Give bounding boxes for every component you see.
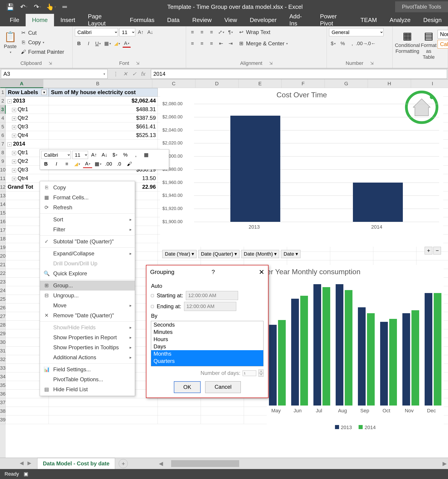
- expand-icon[interactable]: +: [12, 151, 16, 155]
- row-header-9[interactable]: 9: [0, 157, 6, 166]
- borders-button[interactable]: ▦▾: [103, 40, 112, 48]
- expand-icon[interactable]: +: [12, 177, 16, 181]
- row-header-16[interactable]: 16: [0, 217, 6, 226]
- cell-style-normal[interactable]: Norm: [438, 30, 448, 39]
- row-header-8[interactable]: 8: [0, 148, 6, 157]
- row-header-26[interactable]: 26: [0, 303, 6, 312]
- row-header-24[interactable]: 24: [0, 286, 6, 295]
- underline-button[interactable]: U▾: [94, 40, 102, 48]
- col-header-D[interactable]: D: [195, 79, 238, 88]
- mini-font-select[interactable]: Calibri: [41, 151, 71, 159]
- align-center-icon[interactable]: ≡: [198, 40, 206, 48]
- tab-analyze[interactable]: Analyze: [383, 14, 417, 26]
- row-header-4[interactable]: 4: [0, 114, 6, 122]
- new-sheet-icon[interactable]: +: [119, 459, 128, 468]
- tab-review[interactable]: Review: [186, 14, 218, 26]
- menu-additional-actions[interactable]: Additional Actions▸: [40, 353, 135, 362]
- mini-size-select[interactable]: 11: [72, 151, 88, 159]
- name-box[interactable]: A3▾: [1, 69, 108, 79]
- expand-icon[interactable]: +: [12, 134, 16, 138]
- col-header-F[interactable]: F: [282, 79, 325, 88]
- increase-font-icon[interactable]: A↑: [137, 28, 145, 36]
- alignment-launcher-icon[interactable]: ⇲: [269, 61, 272, 66]
- menu-refresh[interactable]: ⟳Refresh: [40, 203, 135, 213]
- row-header-30[interactable]: 30: [0, 338, 6, 346]
- copy-button[interactable]: ⎘Copy▾: [18, 38, 66, 47]
- chart-filter[interactable]: Date (Quarter) ▾: [198, 250, 239, 258]
- menu-copy[interactable]: ⎘Copy: [40, 183, 135, 193]
- align-top-icon[interactable]: ≡: [188, 28, 197, 36]
- font-name-select[interactable]: Calibri: [75, 28, 118, 36]
- chart-cost-over-time[interactable]: Cost Over Time $1,900.00$1,920.00$1,940.…: [160, 88, 443, 247]
- row-header-29[interactable]: 29: [0, 329, 6, 338]
- mini-center-icon[interactable]: ≡: [62, 160, 71, 168]
- by-list[interactable]: SecondsMinutesHoursDaysMonthsQuartersYea…: [151, 321, 264, 366]
- merge-center-button[interactable]: ⊞Merge & Center▾: [236, 39, 290, 48]
- conditional-formatting-button[interactable]: ▦ Conditional Formatting: [395, 28, 420, 56]
- menu-show-props-tooltips[interactable]: Show Properties in Tooltips▸: [40, 342, 135, 353]
- undo-icon[interactable]: ↶▾: [18, 1, 29, 13]
- expand-icon[interactable]: +: [12, 160, 16, 164]
- enter-formula-icon[interactable]: ✓: [132, 71, 137, 77]
- by-item[interactable]: Minutes: [151, 328, 263, 336]
- menu-pivot-options[interactable]: PivotTable Options...: [40, 374, 135, 384]
- row-header-11[interactable]: 11: [0, 174, 6, 183]
- spinner-up-icon[interactable]: ▲: [258, 369, 264, 373]
- menu-show-props-report[interactable]: Show Properties in Report▸: [40, 333, 135, 342]
- by-item[interactable]: Hours: [151, 336, 263, 343]
- tab-developer[interactable]: Developer: [243, 14, 283, 26]
- font-launcher-icon[interactable]: ⇲: [136, 61, 139, 66]
- expand-icon[interactable]: -: [7, 99, 12, 103]
- by-item[interactable]: Years: [151, 365, 263, 366]
- font-color-button[interactable]: A▾: [122, 40, 131, 48]
- row-header-10[interactable]: 10: [0, 166, 6, 174]
- row-header-7[interactable]: 7: [0, 140, 6, 148]
- macro-record-icon[interactable]: ▣: [24, 471, 28, 477]
- row-header-5[interactable]: 5: [0, 122, 6, 131]
- row-header-38[interactable]: 38: [0, 407, 6, 415]
- row-header-18[interactable]: 18: [0, 234, 6, 243]
- spinner-down-icon[interactable]: ▼: [258, 373, 264, 377]
- row-header-20[interactable]: 20: [0, 252, 6, 260]
- menu-sort[interactable]: Sort▸: [40, 214, 135, 225]
- tab-formulas[interactable]: Formulas: [123, 14, 161, 26]
- cut-button[interactable]: ✂Cut: [18, 29, 66, 37]
- qat-customize-icon[interactable]: ═: [59, 1, 70, 13]
- increase-indent-icon[interactable]: ⇥: [226, 40, 235, 48]
- ending-at-checkbox[interactable]: [151, 305, 154, 308]
- cancel-formula-icon[interactable]: ✕: [123, 71, 128, 77]
- row-header-27[interactable]: 27: [0, 312, 6, 321]
- menu-move[interactable]: Move▸: [40, 300, 135, 311]
- menu-ungroup[interactable]: ⊟Ungroup...: [40, 291, 135, 300]
- pivot-row-label[interactable]: +Qtr2: [6, 114, 49, 122]
- menu-hide-field-list[interactable]: ▤Hide Field List: [40, 384, 135, 394]
- mini-percent-icon[interactable]: %: [121, 151, 130, 159]
- expand-icon[interactable]: +: [12, 108, 16, 112]
- pivot-row-labels-header[interactable]: Row Labels▾: [6, 88, 49, 97]
- dialog-help-icon[interactable]: ?: [211, 268, 215, 276]
- pivot-row-label[interactable]: -2013: [6, 97, 49, 105]
- by-item[interactable]: Quarters: [151, 357, 263, 365]
- row-header-37[interactable]: 37: [0, 398, 6, 407]
- starting-at-checkbox[interactable]: [151, 294, 154, 297]
- row-header-36[interactable]: 36: [0, 390, 6, 398]
- wrap-text-button[interactable]: ↩Wrap Text: [236, 28, 272, 37]
- dialog-close-icon[interactable]: ✕: [259, 268, 265, 276]
- percent-icon[interactable]: %: [339, 40, 347, 48]
- expand-icon[interactable]: -: [7, 142, 12, 146]
- formula-input[interactable]: 2014: [151, 69, 447, 79]
- mini-format-painter-icon[interactable]: 🖌: [125, 160, 134, 168]
- tab-insert[interactable]: Insert: [54, 14, 81, 26]
- mini-inc-decimal-icon[interactable]: .00: [104, 160, 113, 168]
- menu-field-settings[interactable]: 📊Field Settings...: [40, 365, 135, 374]
- format-painter-button[interactable]: 🖌Format Painter: [18, 48, 66, 56]
- mini-shrink-font-icon[interactable]: A↓: [100, 151, 109, 159]
- text-direction-icon[interactable]: ¶▾: [226, 28, 235, 36]
- tab-nav-prev-icon[interactable]: ◀: [18, 460, 25, 467]
- tab-home[interactable]: Home: [26, 14, 54, 26]
- horizontal-scrollbar[interactable]: ◀▶: [157, 458, 448, 469]
- tab-design[interactable]: Design: [417, 14, 448, 26]
- number-launcher-icon[interactable]: ⇲: [370, 61, 373, 66]
- menu-expand-collapse[interactable]: Expand/Collapse▸: [40, 249, 135, 259]
- row-header-6[interactable]: 6: [0, 131, 6, 140]
